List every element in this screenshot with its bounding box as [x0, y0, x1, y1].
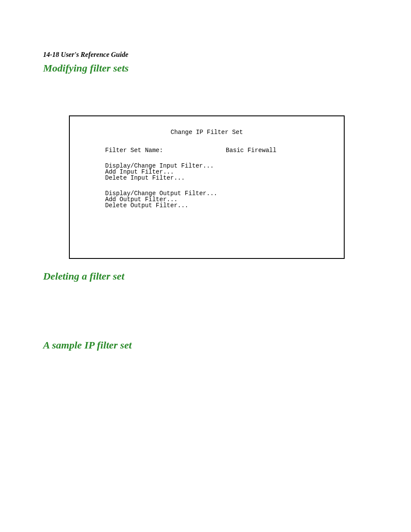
display-change-input-filter[interactable]: Display/Change Input Filter... — [105, 163, 331, 169]
add-output-filter[interactable]: Add Output Filter... — [105, 196, 331, 202]
delete-input-filter[interactable]: Delete Input Filter... — [105, 175, 331, 181]
delete-output-filter[interactable]: Delete Output Filter... — [105, 202, 331, 208]
filter-set-name-label: Filter Set Name: — [105, 147, 226, 153]
filter-set-name-row: Filter Set Name: Basic Firewall — [105, 147, 331, 153]
input-filter-group: Display/Change Input Filter... Add Input… — [83, 163, 331, 181]
output-filter-group: Display/Change Output Filter... Add Outp… — [83, 190, 331, 208]
filter-set-name-value: Basic Firewall — [226, 147, 331, 153]
add-input-filter[interactable]: Add Input Filter... — [105, 169, 331, 175]
heading-deleting-filter-set: Deleting a filter set — [43, 271, 125, 282]
terminal-title: Change IP Filter Set — [83, 129, 331, 135]
display-change-output-filter[interactable]: Display/Change Output Filter... — [105, 190, 331, 196]
terminal-screen: Change IP Filter Set Filter Set Name: Ba… — [69, 115, 345, 259]
heading-modifying-filter-sets: Modifying filter sets — [43, 62, 129, 74]
page-header: 14-18 User's Reference Guide — [43, 51, 128, 59]
heading-sample-ip-filter-set: A sample IP filter set — [43, 339, 132, 351]
